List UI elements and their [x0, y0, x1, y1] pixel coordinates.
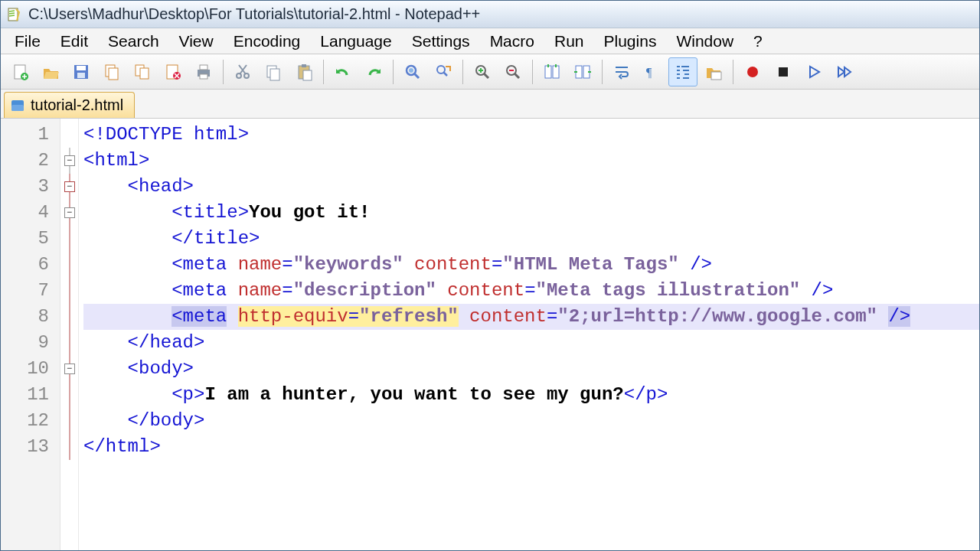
- svg-rect-27: [545, 66, 551, 78]
- record-button[interactable]: [738, 57, 767, 86]
- undo-button[interactable]: [328, 57, 358, 86]
- code-line: </title>: [83, 226, 979, 252]
- find-button[interactable]: [398, 57, 427, 86]
- find-icon: [403, 63, 422, 81]
- line-number: 1: [1, 122, 49, 148]
- menu-file[interactable]: File: [5, 29, 50, 54]
- svg-rect-4: [77, 66, 86, 70]
- line-number: 7: [1, 278, 49, 304]
- tab-tutorial-2[interactable]: tutorial-2.html: [4, 92, 135, 118]
- fold-cell: [60, 382, 78, 408]
- cut-button[interactable]: [228, 57, 257, 86]
- app-icon: [5, 6, 22, 23]
- paste-button[interactable]: [289, 57, 318, 86]
- fold-toggle-icon[interactable]: −: [64, 181, 75, 192]
- fast-forward-button[interactable]: [830, 57, 859, 86]
- code-line: <title>You got it!: [83, 200, 979, 226]
- sync-v-icon: [543, 63, 561, 81]
- new-file-icon: [11, 63, 29, 81]
- copy-all-button[interactable]: [128, 57, 157, 86]
- fold-toggle-icon[interactable]: −: [64, 364, 75, 374]
- fold-cell: [60, 226, 78, 252]
- svg-rect-21: [303, 70, 312, 80]
- show-symbols-button[interactable]: ¶: [638, 57, 667, 86]
- svg-rect-28: [553, 66, 559, 78]
- menu-encoding[interactable]: Encoding: [224, 29, 310, 54]
- fold-toggle-icon[interactable]: −: [64, 207, 75, 218]
- fold-cell: −: [60, 200, 78, 226]
- line-number: 12: [1, 408, 49, 434]
- menu-window[interactable]: Window: [667, 29, 743, 54]
- close-doc-button[interactable]: [158, 57, 188, 86]
- fold-cell: [60, 252, 78, 278]
- indent-guide-button[interactable]: [668, 57, 697, 86]
- clipboard-copy-icon: [264, 63, 283, 81]
- menu-view[interactable]: View: [170, 29, 223, 54]
- toolbar: ¶: [1, 54, 979, 90]
- svg-rect-34: [779, 67, 788, 77]
- zoom-out-icon: [504, 63, 522, 81]
- zoom-in-button[interactable]: [468, 57, 497, 86]
- code-line: <head>: [83, 174, 979, 200]
- copy-button[interactable]: [97, 57, 126, 86]
- svg-rect-9: [140, 68, 149, 79]
- save-disk-button[interactable]: [67, 57, 96, 86]
- svg-point-23: [409, 68, 413, 73]
- menu-macro[interactable]: Macro: [481, 29, 544, 54]
- menu-help[interactable]: ?: [744, 29, 772, 54]
- folder-view-icon: [704, 63, 723, 81]
- code-line: <meta name="keywords" content="HTML Meta…: [83, 252, 979, 278]
- show-symbols-icon: ¶: [643, 63, 662, 81]
- svg-rect-20: [302, 64, 306, 67]
- code-line: <!DOCTYPE html>: [83, 122, 979, 148]
- menu-run[interactable]: Run: [545, 29, 593, 54]
- zoom-out-button[interactable]: [498, 57, 528, 86]
- svg-rect-7: [109, 68, 118, 80]
- code-line: <p>I am a hunter, you want to see my gun…: [83, 382, 979, 408]
- line-number: 8: [1, 304, 49, 330]
- window-title: C:\Users\Madhur\Desktop\For Tutorials\tu…: [28, 5, 480, 23]
- print-button[interactable]: [189, 57, 218, 86]
- menu-search[interactable]: Search: [99, 29, 168, 54]
- open-folder-icon: [41, 63, 60, 81]
- menu-language[interactable]: Language: [311, 29, 400, 54]
- sync-h-button[interactable]: [568, 57, 597, 86]
- play-button[interactable]: [799, 57, 828, 86]
- fold-cell: [60, 330, 78, 356]
- record-icon: [743, 63, 762, 81]
- menubar: FileEditSearchViewEncodingLanguageSettin…: [1, 28, 979, 54]
- redo-icon: [364, 63, 383, 81]
- fast-forward-icon: [835, 63, 854, 81]
- fold-cell: [60, 278, 78, 304]
- tab-label: tutorial-2.html: [31, 96, 123, 114]
- stop-icon: [774, 63, 792, 81]
- word-wrap-button[interactable]: [607, 57, 636, 86]
- menu-edit[interactable]: Edit: [51, 29, 97, 54]
- redo-button[interactable]: [359, 57, 388, 86]
- code-line: <body>: [83, 356, 979, 382]
- save-disk-icon: [72, 63, 90, 81]
- titlebar: C:\Users\Madhur\Desktop\For Tutorials\tu…: [1, 1, 979, 28]
- menu-settings[interactable]: Settings: [403, 29, 479, 54]
- print-icon: [194, 63, 213, 81]
- folder-view-button[interactable]: [699, 57, 728, 86]
- svg-point-33: [747, 67, 758, 77]
- menu-plugins[interactable]: Plugins: [595, 29, 666, 54]
- tabbar: tutorial-2.html: [1, 90, 979, 119]
- svg-rect-32: [711, 72, 721, 80]
- file-icon: [11, 99, 24, 112]
- svg-rect-18: [270, 69, 279, 80]
- fold-cell: −: [60, 174, 78, 200]
- stop-button[interactable]: [769, 57, 798, 86]
- editor[interactable]: 12345678910111213 −−−− <!DOCTYPE html> <…: [1, 119, 979, 550]
- fold-cell: [60, 408, 78, 434]
- line-number: 9: [1, 330, 49, 356]
- sync-v-button[interactable]: [537, 57, 567, 86]
- fold-cell: −: [60, 148, 78, 174]
- clipboard-copy-button[interactable]: [259, 57, 288, 86]
- new-file-button[interactable]: [5, 57, 34, 86]
- open-folder-button[interactable]: [36, 57, 65, 86]
- code-area[interactable]: <!DOCTYPE html> <html> <head> <title>You…: [79, 119, 979, 550]
- fold-toggle-icon[interactable]: −: [64, 155, 75, 166]
- find-replace-button[interactable]: [429, 57, 458, 86]
